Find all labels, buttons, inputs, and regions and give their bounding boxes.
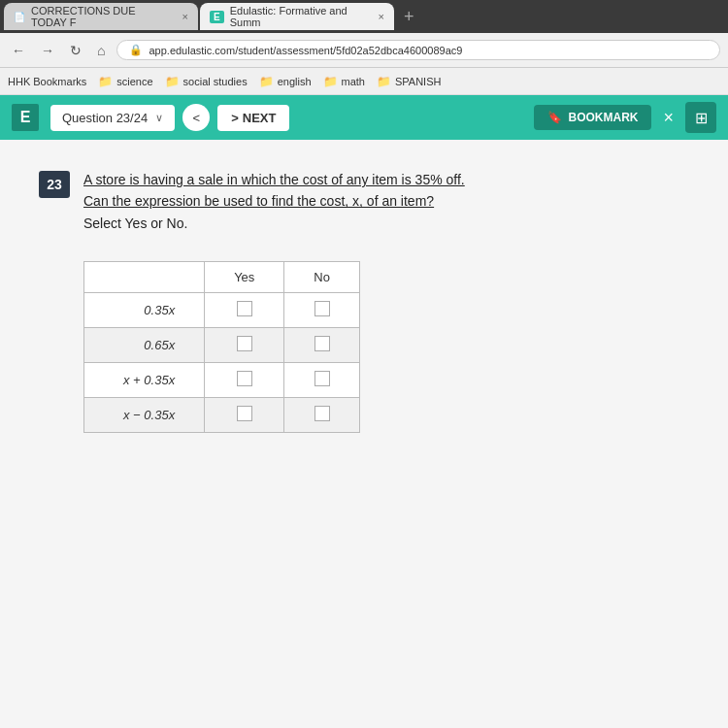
chevron-down-icon: ∨ xyxy=(155,112,163,124)
table-row: 0.65x xyxy=(84,328,360,363)
tab-edulastic[interactable]: E Edulastic: Formative and Summ × xyxy=(200,3,394,30)
question-text: A store is having a sale in which the co… xyxy=(83,169,465,234)
checkbox-no-xminus035x[interactable] xyxy=(314,406,330,421)
folder-icon-english: 📁 xyxy=(259,75,274,88)
tab-icon-edulastic: E xyxy=(210,11,224,23)
folder-icon-science: 📁 xyxy=(98,75,113,88)
app-toolbar: E Question 23/24 ∨ < > NEXT 🔖 BOOKMARK ×… xyxy=(0,95,728,140)
expression-xminus035x: x − 0.35x xyxy=(84,398,205,433)
question-label: Question 23/24 xyxy=(62,111,148,125)
question-line2-underlined: Can the expression be used to find the c… xyxy=(83,193,434,209)
yes-cell-xminus035x[interactable] xyxy=(205,398,284,433)
tab-close-edulastic[interactable]: × xyxy=(379,11,384,22)
question-line2: Can the expression be used to find the c… xyxy=(83,190,465,212)
question-line1: A store is having a sale in which the co… xyxy=(83,169,465,190)
expression-xplus035x: x + 0.35x xyxy=(84,363,205,398)
table-row: x + 0.35x xyxy=(84,363,360,398)
bookmark-icon: 🔖 xyxy=(547,111,562,124)
bookmark-label-spanish: SPANISH xyxy=(395,76,441,87)
checkbox-no-xplus035x[interactable] xyxy=(314,371,330,386)
checkbox-yes-035x[interactable] xyxy=(237,301,252,316)
refresh-button[interactable]: ↻ xyxy=(66,41,85,60)
prev-arrow-icon: < xyxy=(192,111,200,125)
checkbox-no-035x[interactable] xyxy=(314,301,330,316)
question-selector[interactable]: Question 23/24 ∨ xyxy=(50,105,175,131)
address-bar[interactable]: 🔒 app.edulastic.com/student/assessment/5… xyxy=(116,40,720,60)
question-header: 23 A store is having a sale in which the… xyxy=(39,169,689,234)
folder-icon-social-studies: 📁 xyxy=(165,75,180,88)
no-cell-065x[interactable] xyxy=(284,328,360,363)
checkbox-yes-xminus035x[interactable] xyxy=(237,406,252,421)
table-header-row: Yes No xyxy=(84,262,360,293)
bookmark-social-studies[interactable]: 📁 social studies xyxy=(165,75,248,88)
forward-button[interactable]: → xyxy=(37,41,58,60)
table-row: x − 0.35x xyxy=(84,398,360,433)
address-text: app.edulastic.com/student/assessment/5fd… xyxy=(149,45,462,56)
next-label: NEXT xyxy=(243,111,277,125)
answer-table-wrapper: Yes No 0.35x 0.65x xyxy=(83,261,689,433)
answer-table: Yes No 0.35x 0.65x xyxy=(83,261,360,433)
bookmarks-text: HHK Bookmarks xyxy=(8,76,86,87)
address-bar-row: ← → ↻ ⌂ 🔒 app.edulastic.com/student/asse… xyxy=(0,33,728,68)
checkbox-yes-xplus035x[interactable] xyxy=(237,371,252,386)
col-header-expression xyxy=(84,262,205,293)
yes-cell-065x[interactable] xyxy=(205,328,284,363)
folder-icon-spanish: 📁 xyxy=(377,75,391,88)
browser-tabs: 📄 CORRECTIONS DUE TODAY F × E Edulastic:… xyxy=(0,0,728,33)
tab-label-edulastic: Edulastic: Formative and Summ xyxy=(230,5,369,28)
bookmark-math[interactable]: 📁 math xyxy=(323,75,365,88)
next-button[interactable]: > NEXT xyxy=(217,105,289,131)
bookmarks-bar: HHK Bookmarks 📁 science 📁 social studies… xyxy=(0,68,728,95)
lock-icon: 🔒 xyxy=(129,44,143,56)
expression-065x: 0.65x xyxy=(84,328,205,363)
close-button[interactable]: × xyxy=(659,108,678,128)
col-header-no: No xyxy=(284,262,360,293)
question-number: 23 xyxy=(39,171,70,198)
back-button[interactable]: ← xyxy=(8,41,29,60)
home-button[interactable]: ⌂ xyxy=(93,41,109,60)
checkbox-yes-065x[interactable] xyxy=(237,336,252,351)
grid-icon: ⊞ xyxy=(695,109,708,127)
checkbox-no-065x[interactable] xyxy=(314,336,330,351)
yes-cell-xplus035x[interactable] xyxy=(205,363,284,398)
question-line3: Select Yes or No. xyxy=(83,213,465,234)
col-header-yes: Yes xyxy=(205,262,284,293)
bookmark-label-english: english xyxy=(278,76,312,87)
bookmark-label: BOOKMARK xyxy=(568,111,638,124)
screen: 📄 CORRECTIONS DUE TODAY F × E Edulastic:… xyxy=(0,0,728,728)
question-line1-underlined: A store is having a sale in which the co… xyxy=(83,172,465,187)
bookmarks-label: HHK Bookmarks xyxy=(8,76,86,87)
tab-icon-corrections: 📄 xyxy=(14,12,25,22)
tab-corrections[interactable]: 📄 CORRECTIONS DUE TODAY F × xyxy=(4,3,198,30)
bookmark-spanish[interactable]: 📁 SPANISH xyxy=(377,75,441,88)
no-cell-035x[interactable] xyxy=(284,293,360,328)
main-content: 23 A store is having a sale in which the… xyxy=(0,140,728,728)
table-row: 0.35x xyxy=(84,293,360,328)
bookmark-english[interactable]: 📁 english xyxy=(259,75,312,88)
yes-cell-035x[interactable] xyxy=(205,293,284,328)
question-block: 23 A store is having a sale in which the… xyxy=(39,169,689,433)
bookmark-label-social-studies: social studies xyxy=(183,76,248,87)
tab-close-corrections[interactable]: × xyxy=(182,11,188,22)
bookmark-label-math: math xyxy=(342,76,365,87)
app-logo: E xyxy=(12,104,39,131)
grid-button[interactable]: ⊞ xyxy=(685,102,716,133)
no-cell-xplus035x[interactable] xyxy=(284,363,360,398)
tab-label-corrections: CORRECTIONS DUE TODAY F xyxy=(31,5,173,28)
prev-question-button[interactable]: < xyxy=(182,104,210,131)
new-tab-button[interactable]: + xyxy=(396,8,422,25)
bookmark-button[interactable]: 🔖 BOOKMARK xyxy=(534,105,651,130)
bookmark-science[interactable]: 📁 science xyxy=(98,75,152,88)
no-cell-xminus035x[interactable] xyxy=(284,398,360,433)
bookmark-label-science: science xyxy=(116,76,152,87)
expression-035x: 0.35x xyxy=(84,293,205,328)
next-arrow-label: > xyxy=(231,111,239,125)
folder-icon-math: 📁 xyxy=(323,75,338,88)
